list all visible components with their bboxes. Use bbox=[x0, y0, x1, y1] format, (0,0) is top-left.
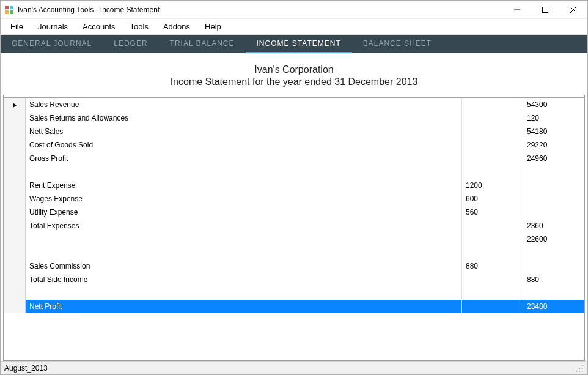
table-row[interactable]: Rent Expense1200 bbox=[4, 179, 584, 192]
row-header[interactable] bbox=[4, 273, 26, 286]
row-header[interactable] bbox=[4, 286, 26, 300]
cell-amount-2[interactable]: 54300 bbox=[523, 98, 584, 111]
cell-amount-2[interactable]: 22600 bbox=[523, 232, 584, 246]
table-row[interactable]: Total Expenses2360 bbox=[4, 219, 584, 232]
table-row[interactable] bbox=[4, 286, 584, 300]
cell-description[interactable] bbox=[26, 165, 462, 179]
table-row[interactable]: Utility Expense560 bbox=[4, 206, 584, 219]
table-row[interactable] bbox=[4, 246, 584, 259]
table-row[interactable]: Sales Revenue54300 bbox=[4, 98, 584, 111]
cell-description[interactable]: Cost of Goods Sold bbox=[26, 138, 462, 152]
maximize-button[interactable] bbox=[531, 1, 559, 19]
table-row[interactable]: Nett Profit23480 bbox=[4, 300, 584, 313]
cell-amount-2[interactable]: 2360 bbox=[523, 219, 584, 232]
cell-amount-1[interactable] bbox=[462, 98, 523, 111]
cell-amount-1[interactable]: 880 bbox=[462, 259, 523, 273]
table-row[interactable]: Cost of Goods Sold29220 bbox=[4, 138, 584, 152]
row-header[interactable] bbox=[4, 125, 26, 138]
row-header[interactable] bbox=[4, 219, 26, 232]
tab-general-journal[interactable]: GENERAL JOURNAL bbox=[1, 35, 103, 53]
row-header[interactable] bbox=[4, 259, 26, 273]
cell-description[interactable] bbox=[26, 246, 462, 259]
cell-description[interactable]: Sales Revenue bbox=[26, 98, 462, 111]
cell-description[interactable]: Utility Expense bbox=[26, 206, 462, 219]
row-header[interactable] bbox=[4, 111, 26, 125]
tab-income-statement[interactable]: INCOME STATEMENT bbox=[246, 35, 352, 53]
cell-amount-1[interactable] bbox=[462, 111, 523, 125]
table-row[interactable]: Sales Commission880 bbox=[4, 259, 584, 273]
cell-description[interactable]: Nett Profit bbox=[26, 300, 462, 313]
cell-amount-2[interactable] bbox=[523, 259, 584, 273]
cell-amount-1[interactable] bbox=[462, 246, 523, 259]
cell-description[interactable]: Gross Profit bbox=[26, 152, 462, 165]
cell-description[interactable] bbox=[26, 286, 462, 300]
resize-grip-icon[interactable] bbox=[575, 364, 584, 373]
table-row[interactable] bbox=[4, 165, 584, 179]
cell-amount-2[interactable]: 29220 bbox=[523, 138, 584, 152]
menu-help[interactable]: Help bbox=[197, 20, 229, 34]
cell-amount-2[interactable]: 24960 bbox=[523, 152, 584, 165]
row-header[interactable] bbox=[4, 179, 26, 192]
cell-amount-1[interactable]: 1200 bbox=[462, 179, 523, 192]
row-header[interactable] bbox=[4, 138, 26, 152]
cell-amount-1[interactable] bbox=[462, 138, 523, 152]
menu-journals[interactable]: Journals bbox=[31, 20, 75, 34]
row-header[interactable] bbox=[4, 300, 26, 313]
cell-amount-1[interactable] bbox=[462, 232, 523, 246]
menu-accounts[interactable]: Accounts bbox=[75, 20, 122, 34]
cell-amount-2[interactable] bbox=[523, 179, 584, 192]
cell-amount-1[interactable] bbox=[462, 152, 523, 165]
svg-point-11 bbox=[576, 370, 577, 371]
cell-amount-2[interactable] bbox=[523, 206, 584, 219]
cell-amount-1[interactable] bbox=[462, 165, 523, 179]
cell-description[interactable]: Rent Expense bbox=[26, 179, 462, 192]
cell-amount-2[interactable] bbox=[523, 165, 584, 179]
menu-file[interactable]: File bbox=[3, 20, 31, 34]
cell-amount-1[interactable] bbox=[462, 286, 523, 300]
table-row[interactable]: 22600 bbox=[4, 232, 584, 246]
cell-description[interactable]: Sales Commission bbox=[26, 259, 462, 273]
cell-description[interactable]: Nett Sales bbox=[26, 125, 462, 138]
menu-tools[interactable]: Tools bbox=[123, 20, 156, 34]
svg-rect-1 bbox=[10, 6, 13, 9]
tab-balance-sheet[interactable]: BALANCE SHEET bbox=[352, 35, 443, 53]
table-row[interactable]: Sales Returns and Allowances120 bbox=[4, 111, 584, 125]
menu-addons[interactable]: Addons bbox=[156, 20, 197, 34]
close-button[interactable] bbox=[559, 1, 587, 19]
cell-amount-2[interactable]: 54180 bbox=[523, 125, 584, 138]
table-row[interactable]: Gross Profit24960 bbox=[4, 152, 584, 165]
cell-amount-2[interactable] bbox=[523, 286, 584, 300]
row-header[interactable] bbox=[4, 232, 26, 246]
cell-amount-2[interactable]: 23480 bbox=[523, 300, 584, 313]
row-header[interactable] bbox=[4, 152, 26, 165]
cell-amount-1[interactable] bbox=[462, 273, 523, 286]
row-header[interactable] bbox=[4, 192, 26, 206]
svg-rect-2 bbox=[5, 10, 9, 14]
row-header[interactable] bbox=[4, 165, 26, 179]
cell-amount-1[interactable]: 560 bbox=[462, 206, 523, 219]
cell-amount-2[interactable]: 880 bbox=[523, 273, 584, 286]
table-row[interactable]: Total Side Income880 bbox=[4, 273, 584, 286]
row-header[interactable] bbox=[4, 246, 26, 259]
cell-description[interactable] bbox=[26, 232, 462, 246]
cell-amount-2[interactable]: 120 bbox=[523, 111, 584, 125]
cell-description[interactable]: Wages Expense bbox=[26, 192, 462, 206]
tab-trial-balance[interactable]: TRIAL BALANCE bbox=[159, 35, 246, 53]
minimize-button[interactable] bbox=[503, 1, 531, 19]
cell-amount-2[interactable] bbox=[523, 192, 584, 206]
cell-amount-1[interactable]: 600 bbox=[462, 192, 523, 206]
tab-ledger[interactable]: LEDGER bbox=[103, 35, 158, 53]
data-grid[interactable]: Sales Revenue54300Sales Returns and Allo… bbox=[3, 95, 585, 361]
cell-amount-2[interactable] bbox=[523, 246, 584, 259]
cell-description[interactable]: Sales Returns and Allowances bbox=[26, 111, 462, 125]
row-header[interactable] bbox=[4, 98, 26, 111]
cell-amount-1[interactable] bbox=[462, 219, 523, 232]
cell-amount-1[interactable] bbox=[462, 300, 523, 313]
row-header[interactable] bbox=[4, 206, 26, 219]
title-bar: Ivan's Accounting Tools - Income Stateme… bbox=[1, 1, 587, 19]
table-row[interactable]: Wages Expense600 bbox=[4, 192, 584, 206]
cell-amount-1[interactable] bbox=[462, 125, 523, 138]
cell-description[interactable]: Total Side Income bbox=[26, 273, 462, 286]
cell-description[interactable]: Total Expenses bbox=[26, 219, 462, 232]
table-row[interactable]: Nett Sales54180 bbox=[4, 125, 584, 138]
